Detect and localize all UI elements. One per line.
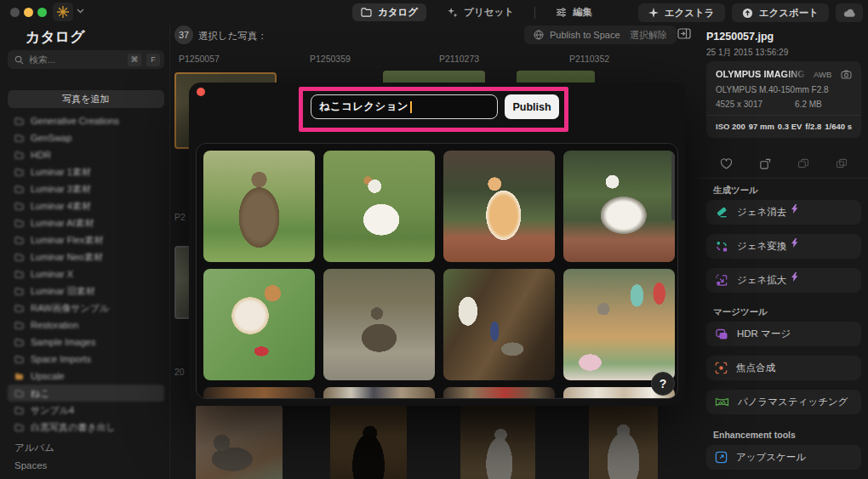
sidebar-item-albums[interactable]: アルバム xyxy=(14,442,54,454)
extras-button[interactable]: エクストラ xyxy=(638,3,725,22)
quick-actions-row xyxy=(706,158,861,169)
search-input[interactable] xyxy=(29,54,123,65)
folder-item[interactable]: RAW画像サンプル xyxy=(8,299,164,316)
duplicate-icon[interactable] xyxy=(797,158,809,169)
photo-thumbnail-tabby-in-basket[interactable] xyxy=(196,406,283,479)
folder-item[interactable]: Luminar AI素材 xyxy=(8,214,164,231)
folder-item[interactable]: Luminar 4素材 xyxy=(8,197,164,214)
folder-label: HDR xyxy=(31,150,51,160)
ai-bolt-icon xyxy=(791,272,798,282)
help-button[interactable]: ? xyxy=(651,372,675,396)
presets-sparkle-icon xyxy=(447,7,458,18)
folder-icon xyxy=(14,424,24,431)
collection-name-input[interactable]: ねこコレクション xyxy=(311,94,498,119)
cloud-sync-button[interactable] xyxy=(836,3,863,22)
folder-item[interactable]: Luminar 1素材 xyxy=(8,163,164,180)
photo-thumbnail-cat-in-shop-window[interactable] xyxy=(443,269,555,380)
photo-thumbnail-tabby-in-basket[interactable] xyxy=(563,269,675,380)
photo-thumbnail[interactable] xyxy=(443,387,555,399)
luminar-logo-icon[interactable] xyxy=(53,3,73,21)
extras-label: エクストラ xyxy=(665,7,715,20)
edit-sliders-icon xyxy=(556,8,567,17)
tool-gen-erase-button[interactable]: ジェネ消去 xyxy=(706,200,861,225)
tool-focus-stacking-button[interactable]: 焦点合成 xyxy=(706,356,861,380)
sidebar-item-spaces[interactable]: Spaces xyxy=(14,460,47,470)
photo-thumbnail-tabby-on-grass[interactable] xyxy=(203,151,315,262)
folder-item[interactable]: Restoration xyxy=(8,316,164,334)
tab-presets[interactable]: プリセット xyxy=(438,3,523,21)
tool-gen-expand-button[interactable]: ジェネ拡大 xyxy=(706,268,861,293)
folder-label: ねこ xyxy=(31,387,50,400)
export-button[interactable]: エクスポート xyxy=(732,3,829,22)
tab-edit[interactable]: 編集 xyxy=(547,3,601,21)
folder-item[interactable]: 白黒写真の書き出し xyxy=(8,419,164,436)
tool-label: ジェネ消去 xyxy=(737,206,786,219)
folder-item-neko-selected[interactable]: ねこ xyxy=(8,385,164,402)
publish-to-space-button[interactable]: Publish to Space xyxy=(524,26,630,44)
tool-hdr-merge-button[interactable]: HDR マージ xyxy=(706,322,861,346)
tool-upscale-button[interactable]: アップスケール xyxy=(706,445,861,470)
folder-item-upscale[interactable]: Upscale xyxy=(8,368,164,385)
folder-item[interactable]: Luminar X xyxy=(8,265,164,282)
tab-catalog[interactable]: カタログ xyxy=(352,3,426,21)
folder-item[interactable]: Luminar 旧素材 xyxy=(8,282,164,299)
photo-thumbnail-white-gray-cat-on-brick[interactable] xyxy=(563,151,675,262)
focus-stack-icon xyxy=(715,362,728,374)
traffic-light-minimize-button[interactable] xyxy=(24,8,33,17)
photo-thumbnail-orange-cat-on-brick[interactable] xyxy=(443,151,555,262)
exif-aperture: f/2.8 xyxy=(805,122,821,131)
exif-card: OLYMPUS IMAGING CORP AWB OLYMPUS M.40-15… xyxy=(706,61,861,138)
folder-icon xyxy=(14,202,24,210)
photo-thumbnail-yawning-calico[interactable] xyxy=(203,269,315,380)
folder-label: GenSwap xyxy=(31,133,71,143)
favorite-heart-icon[interactable] xyxy=(720,158,733,169)
folder-item[interactable]: Generative Creations xyxy=(8,112,164,129)
rotate-icon[interactable] xyxy=(759,158,771,169)
folder-icon xyxy=(14,151,24,159)
ai-bolt-icon xyxy=(791,238,798,248)
tool-label: ジェネ変換 xyxy=(737,240,786,253)
photo-thumbnail[interactable] xyxy=(203,387,315,399)
photo-thumbnail[interactable] xyxy=(323,387,435,399)
selected-count-badge: 37 xyxy=(174,26,193,44)
photo-thumbnail-white-calico-on-grass[interactable] xyxy=(323,151,435,262)
folder-icon xyxy=(14,134,24,142)
folder-label: サンプル4 xyxy=(31,404,74,417)
photo-thumbnail-black-cat[interactable] xyxy=(330,406,407,479)
tool-panorama-button[interactable]: パノラマスティッチング xyxy=(706,390,861,414)
folder-item[interactable]: Luminar Neo素材 xyxy=(8,248,164,265)
dialog-close-button[interactable] xyxy=(197,88,205,96)
gen-erase-icon xyxy=(715,206,728,219)
toggle-inspector-panel-icon[interactable] xyxy=(677,28,691,39)
deselect-button[interactable]: 選択解除 xyxy=(620,26,677,44)
folder-item[interactable]: Luminar 3素材 xyxy=(8,180,164,197)
folder-label: 白黒写真の書き出し xyxy=(31,421,116,434)
folder-label: Luminar 3素材 xyxy=(31,183,91,196)
folder-item[interactable]: Luminar Flex素材 xyxy=(8,231,164,248)
folder-item[interactable]: Sample Images xyxy=(8,334,164,351)
window-titlebar: カタログ プリセット 編集 エクストラ エクスポート xyxy=(0,0,868,24)
file-label: P2110273 xyxy=(439,54,479,64)
publish-button[interactable]: Publish xyxy=(505,94,559,119)
selected-photos-label: 選択した写真： xyxy=(198,30,267,43)
search-icon xyxy=(14,55,24,65)
folder-item[interactable]: サンプル4 xyxy=(8,402,164,419)
grid-scrollbar[interactable] xyxy=(671,154,675,220)
add-photos-button[interactable]: 写真を追加 xyxy=(8,90,164,108)
hdr-merge-icon xyxy=(715,328,728,340)
shortcut-cmd-key: ⌘ xyxy=(128,54,141,66)
photo-thumbnail-tabby-on-path[interactable] xyxy=(323,269,435,380)
folder-item[interactable]: HDR xyxy=(8,146,164,163)
chevron-down-icon[interactable] xyxy=(77,9,84,14)
folder-item[interactable]: Space Imports xyxy=(8,351,164,368)
photo-thumbnail-white-cat-shop[interactable] xyxy=(460,406,535,479)
copy-adjustments-icon[interactable] xyxy=(836,158,848,169)
collection-name-value: ねこコレクション xyxy=(319,100,408,114)
photo-thumbnail-white-longhair-cat[interactable] xyxy=(589,406,658,479)
exif-iso: ISO 200 xyxy=(716,122,745,131)
folder-item[interactable]: GenSwap xyxy=(8,129,164,146)
tool-gen-swap-button[interactable]: ジェネ変換 xyxy=(706,234,861,259)
traffic-light-zoom-button[interactable] xyxy=(37,8,47,17)
traffic-light-close-button[interactable] xyxy=(10,8,20,17)
folder-icon xyxy=(14,168,24,176)
